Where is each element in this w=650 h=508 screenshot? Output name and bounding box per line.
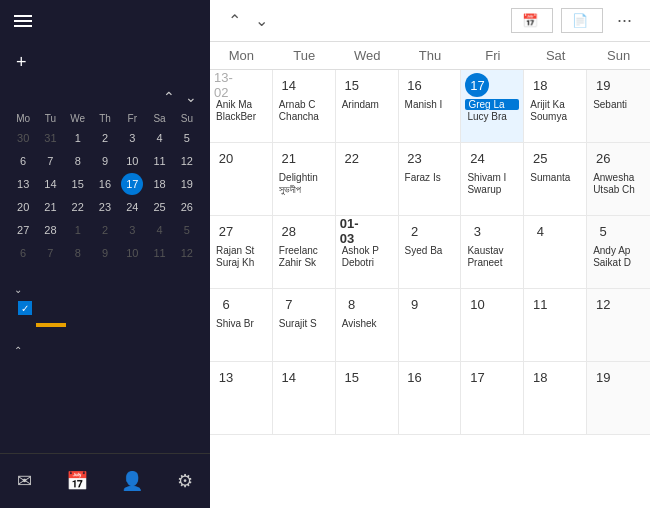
- mini-cal-day[interactable]: 8: [67, 150, 89, 172]
- calendar-cell[interactable]: 21Delightinসুভদীপ: [273, 143, 336, 215]
- calendar-cell[interactable]: 14Arnab CChancha: [273, 70, 336, 142]
- mini-cal-day[interactable]: 7: [39, 242, 61, 264]
- mini-cal-day[interactable]: 30: [12, 127, 34, 149]
- calendar-cell[interactable]: 8Avishek: [336, 289, 399, 361]
- mini-cal-day[interactable]: 3: [121, 127, 143, 149]
- mail-icon[interactable]: ✉: [11, 464, 38, 498]
- mini-cal-day[interactable]: 26: [176, 196, 198, 218]
- calendar-cell[interactable]: 17Greg LaLucy Bra: [461, 70, 524, 142]
- calendar-event[interactable]: Sebanti: [591, 99, 646, 110]
- calendar-event[interactable]: Surajit S: [277, 318, 331, 329]
- calendar-event[interactable]: Zahir Sk: [277, 257, 331, 268]
- calendar-event[interactable]: Greg La: [465, 99, 519, 110]
- mini-cal-day[interactable]: 22: [67, 196, 89, 218]
- calendar-cell[interactable]: 13: [210, 362, 273, 434]
- mini-cal-day[interactable]: 6: [12, 242, 34, 264]
- mini-cal-day[interactable]: 14: [39, 173, 61, 195]
- calendar-event[interactable]: Anik Ma: [214, 99, 268, 110]
- people-icon[interactable]: 👤: [115, 464, 149, 498]
- day-button[interactable]: 📄: [561, 8, 603, 33]
- more-calendars[interactable]: ⌃: [0, 337, 210, 364]
- calendar-cell[interactable]: 19Sebanti: [587, 70, 650, 142]
- mini-cal-day[interactable]: 20: [12, 196, 34, 218]
- mini-cal-day[interactable]: 21: [39, 196, 61, 218]
- mini-cal-day[interactable]: 13: [12, 173, 34, 195]
- calendar-event[interactable]: Saikat D: [591, 257, 646, 268]
- today-button[interactable]: 📅: [511, 8, 553, 33]
- mini-cal-day[interactable]: 12: [176, 150, 198, 172]
- calendar-cell[interactable]: 3KaustavPraneet: [461, 216, 524, 288]
- calendar-event[interactable]: Suraj Kh: [214, 257, 268, 268]
- calendar-event[interactable]: Rajan St: [214, 245, 268, 256]
- calendar-cell[interactable]: 16Manish I: [399, 70, 462, 142]
- mini-cal-day[interactable]: 24: [121, 196, 143, 218]
- mini-cal-day[interactable]: 1: [67, 219, 89, 241]
- calendar-event[interactable]: Shivam I: [465, 172, 519, 183]
- outlook-header[interactable]: ⌄: [14, 284, 196, 295]
- settings-icon[interactable]: ⚙: [171, 464, 199, 498]
- calendar-cell[interactable]: 26AnweshaUtsab Ch: [587, 143, 650, 215]
- calendar-event[interactable]: Shiva Br: [214, 318, 268, 329]
- mini-cal-day[interactable]: 2: [94, 219, 116, 241]
- calendar-cell[interactable]: 25Sumanta: [524, 143, 587, 215]
- calendar-cell[interactable]: 24Shivam ISwarup: [461, 143, 524, 215]
- calendar-cell[interactable]: 18: [524, 362, 587, 434]
- mini-cal-day[interactable]: 19: [176, 173, 198, 195]
- calendar-event[interactable]: Arnab C: [277, 99, 331, 110]
- calendar-event[interactable]: Arijit Ka: [528, 99, 582, 110]
- calendar-icon[interactable]: 📅: [60, 464, 94, 498]
- mini-cal-next[interactable]: ⌄: [182, 89, 200, 105]
- calendar-event[interactable]: Arindam: [340, 99, 394, 110]
- calendar-cell[interactable]: 10: [461, 289, 524, 361]
- mini-cal-day[interactable]: 5: [176, 127, 198, 149]
- calendar-event[interactable]: Avishek: [340, 318, 394, 329]
- mini-cal-day[interactable]: 12: [176, 242, 198, 264]
- calendar-cell[interactable]: 15Arindam: [336, 70, 399, 142]
- mini-cal-day[interactable]: 2: [94, 127, 116, 149]
- calendar-cell[interactable]: 15: [336, 362, 399, 434]
- calendar-event[interactable]: Syed Ba: [403, 245, 457, 256]
- calendar-item[interactable]: [14, 295, 196, 321]
- calendar-event[interactable]: Freelanc: [277, 245, 331, 256]
- calendar-cell[interactable]: 01-03Ashok PDebotri: [336, 216, 399, 288]
- mini-cal-day[interactable]: 15: [67, 173, 89, 195]
- calendar-event[interactable]: Lucy Bra: [465, 111, 519, 122]
- calendar-event[interactable]: Soumya: [528, 111, 582, 122]
- mini-cal-prev[interactable]: ⌃: [160, 89, 178, 105]
- mini-cal-day[interactable]: 8: [67, 242, 89, 264]
- mini-cal-day[interactable]: 7: [39, 150, 61, 172]
- calendar-cell[interactable]: 16: [399, 362, 462, 434]
- mini-cal-day[interactable]: 5: [176, 219, 198, 241]
- calendar-cell[interactable]: 2Syed Ba: [399, 216, 462, 288]
- calendar-cell[interactable]: 12: [587, 289, 650, 361]
- calendar-cell[interactable]: 7Surajit S: [273, 289, 336, 361]
- calendar-cell[interactable]: 27Rajan StSuraj Kh: [210, 216, 273, 288]
- calendar-event[interactable]: BlackBer: [214, 111, 268, 122]
- calendar-cell[interactable]: 19: [587, 362, 650, 434]
- mini-cal-day[interactable]: 25: [149, 196, 171, 218]
- calendar-event[interactable]: Sumanta: [528, 172, 582, 183]
- calendar-event[interactable]: Faraz Is: [403, 172, 457, 183]
- calendar-event[interactable]: Ashok P: [340, 245, 394, 256]
- calendar-event[interactable]: Manish I: [403, 99, 457, 110]
- mini-cal-day[interactable]: 23: [94, 196, 116, 218]
- more-options-button[interactable]: ···: [611, 8, 638, 33]
- calendar-cell[interactable]: 6Shiva Br: [210, 289, 273, 361]
- mini-cal-day[interactable]: 27: [12, 219, 34, 241]
- calendar-event[interactable]: Debotri: [340, 257, 394, 268]
- calendar-event[interactable]: Anwesha: [591, 172, 646, 183]
- mini-cal-day[interactable]: 10: [121, 242, 143, 264]
- mini-cal-day[interactable]: 4: [149, 127, 171, 149]
- calendar-event[interactable]: সুভদীপ: [277, 184, 331, 196]
- mini-cal-day[interactable]: 16: [94, 173, 116, 195]
- mini-cal-day[interactable]: 9: [94, 150, 116, 172]
- mini-cal-day[interactable]: 31: [39, 127, 61, 149]
- calendar-cell[interactable]: 20: [210, 143, 273, 215]
- calendar-cell[interactable]: 14: [273, 362, 336, 434]
- calendar-event[interactable]: Delightin: [277, 172, 331, 183]
- mini-cal-day[interactable]: 11: [149, 242, 171, 264]
- calendar-cell[interactable]: 23Faraz Is: [399, 143, 462, 215]
- mini-cal-day[interactable]: 10: [121, 150, 143, 172]
- mini-cal-day[interactable]: 17: [121, 173, 143, 195]
- calendar-cell[interactable]: 4: [524, 216, 587, 288]
